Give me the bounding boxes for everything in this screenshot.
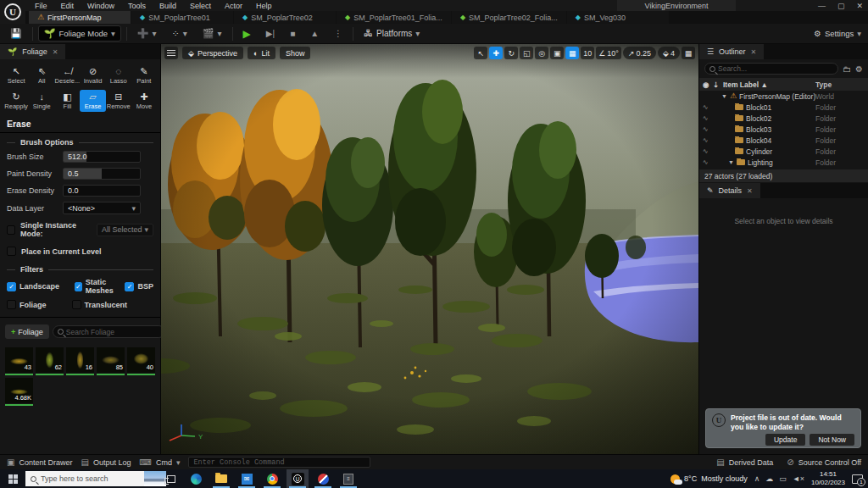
skip-button[interactable]: ▶| bbox=[261, 26, 280, 42]
details-tab[interactable]: ✎ Details ✕ bbox=[699, 183, 760, 198]
foliage-search-input[interactable] bbox=[66, 328, 160, 336]
filter-landscape[interactable]: ✓Landscape bbox=[7, 278, 59, 295]
content-drawer-button[interactable]: ▣Content Drawer bbox=[7, 458, 72, 467]
grid-snap-toggle[interactable]: ▦ bbox=[565, 47, 579, 59]
not-now-button[interactable]: Not Now bbox=[810, 434, 854, 446]
checkbox-unchecked[interactable] bbox=[7, 300, 16, 309]
close-icon[interactable]: ✕ bbox=[751, 48, 757, 56]
outliner-row-folder[interactable]: ∿ ▼Lighting Folder bbox=[699, 157, 868, 168]
add-actor-button[interactable]: ➕▾ bbox=[132, 26, 162, 42]
close-icon[interactable]: ✕ bbox=[53, 48, 58, 56]
tool-move[interactable]: ✚Move bbox=[131, 90, 157, 112]
update-button[interactable]: Update bbox=[765, 434, 805, 446]
tool-select-all[interactable]: ⇖All bbox=[29, 64, 54, 86]
outliner-row-world[interactable]: ▼⚠FirstPersonMap (Editor) World bbox=[699, 91, 868, 102]
brush-options-heading[interactable]: Brush Options bbox=[0, 133, 160, 148]
source-control-button[interactable]: ⊘Source Control Off bbox=[787, 458, 861, 467]
close-icon[interactable]: ✕ bbox=[747, 187, 753, 195]
scale-snap-button[interactable]: ↗0.25 bbox=[623, 47, 656, 59]
outliner-search[interactable] bbox=[704, 63, 838, 75]
volume-icon[interactable]: ◄× bbox=[793, 474, 804, 483]
foliage-palette-item[interactable]: 62 bbox=[36, 347, 64, 375]
visibility-toggle[interactable]: ∿ bbox=[699, 147, 711, 155]
single-instance-checkbox[interactable] bbox=[7, 225, 15, 235]
editor-mode-dropdown[interactable]: 🌱 Foliage Mode▾ bbox=[38, 25, 121, 42]
camera-speed-button[interactable]: ⬙4 bbox=[658, 47, 680, 59]
taskbar-app-mail[interactable]: ✉ bbox=[236, 469, 258, 488]
viewport[interactable]: ⬙Perspective ◐Lit Show ↖ ✚ ↻ ◱ ◎ ▣ ▦ 10 … bbox=[161, 44, 698, 454]
visibility-toggle[interactable]: ∿ bbox=[699, 136, 711, 144]
checkbox-checked[interactable]: ✓ bbox=[75, 282, 82, 291]
foliage-panel-tab[interactable]: 🌱 Foliage ✕ bbox=[0, 44, 65, 59]
cmd-dropdown[interactable]: ⌨Cmd▾ bbox=[139, 458, 180, 467]
filter-bsp[interactable]: ✓BSP bbox=[125, 278, 153, 295]
brush-size-input[interactable]: 512.0 bbox=[63, 151, 141, 163]
viewport-menu-button[interactable] bbox=[164, 47, 178, 59]
outliner-row-folder[interactable]: ∿ Block01 Folder bbox=[699, 102, 868, 113]
tool-paint[interactable]: ✎Paint bbox=[131, 64, 157, 86]
cinematics-button[interactable]: 🎬▾ bbox=[198, 26, 227, 42]
tool-remove[interactable]: ⊟Remove bbox=[106, 90, 131, 112]
tool-reapply[interactable]: ↻Reapply bbox=[3, 90, 29, 112]
blueprints-button[interactable]: ⁘▾ bbox=[167, 26, 192, 42]
select-tool-button[interactable]: ↖ bbox=[474, 47, 487, 59]
start-button[interactable] bbox=[0, 469, 25, 488]
taskbar-app-doc[interactable]: ≡ bbox=[337, 469, 359, 488]
tool-select[interactable]: ↖Select bbox=[3, 64, 29, 86]
settings-dropdown[interactable]: ⚙Settings▾ bbox=[814, 29, 861, 38]
display-tray-icon[interactable]: ▭ bbox=[779, 474, 787, 483]
taskbar-search-input[interactable] bbox=[41, 474, 140, 483]
visibility-toggle[interactable]: ∿ bbox=[699, 125, 711, 133]
menu-actor[interactable]: Actor bbox=[219, 2, 248, 10]
expand-caret-icon[interactable]: ▼ bbox=[728, 159, 734, 165]
play-button[interactable]: ▶ bbox=[238, 26, 256, 42]
tab-sm-poplartree01-foliage[interactable]: ◆SM_PoplarTree01_Folia... bbox=[337, 11, 451, 24]
grid-snap-value[interactable]: 10 bbox=[581, 47, 594, 59]
weather-widget[interactable]: 8°CMostly cloudy bbox=[670, 474, 748, 484]
maximize-viewport-button[interactable]: ▦ bbox=[682, 47, 695, 59]
eject-button[interactable]: ▲ bbox=[305, 26, 324, 42]
filter-foliage[interactable]: Foliage bbox=[7, 300, 47, 309]
tab-sm-veg030[interactable]: ◆SM_Veg030 bbox=[567, 11, 669, 24]
view-mode-dropdown[interactable]: ◐Lit bbox=[248, 47, 275, 59]
paint-density-input[interactable]: 0.5 bbox=[63, 168, 141, 180]
tool-single[interactable]: ↓Single bbox=[29, 90, 54, 112]
tab-firstpersonmap[interactable]: ⚠FirstPersonMap bbox=[29, 11, 131, 24]
create-folder-icon[interactable]: 🗀 bbox=[843, 64, 851, 74]
outliner-row-folder[interactable]: ∿ Cylinder Folder bbox=[699, 146, 868, 157]
filter-static-meshes[interactable]: ✓Static Meshes bbox=[75, 278, 121, 295]
tool-lasso[interactable]: ◌Lasso bbox=[106, 64, 131, 86]
show-dropdown[interactable]: Show bbox=[280, 47, 311, 59]
translate-tool-button[interactable]: ✚ bbox=[489, 47, 503, 59]
taskbar-app-epic[interactable] bbox=[312, 469, 334, 488]
menu-help[interactable]: Help bbox=[250, 2, 278, 10]
checkbox-checked[interactable]: ✓ bbox=[7, 282, 16, 291]
surface-snap-button[interactable]: ▣ bbox=[550, 47, 564, 59]
data-layer-dropdown[interactable]: <None>▾ bbox=[63, 202, 141, 214]
visibility-toggle[interactable]: ∿ bbox=[699, 158, 711, 166]
place-in-current-level-checkbox[interactable] bbox=[7, 247, 16, 256]
tool-deselect[interactable]: ↚Desele... bbox=[54, 64, 80, 86]
gear-icon[interactable]: ⚙ bbox=[855, 64, 863, 74]
single-instance-mode-dropdown[interactable]: All Selected▾ bbox=[97, 224, 153, 236]
foliage-palette-item[interactable]: 4.68K bbox=[5, 378, 33, 406]
taskbar-search[interactable] bbox=[25, 471, 161, 486]
menu-select[interactable]: Select bbox=[184, 2, 217, 10]
menu-window[interactable]: Window bbox=[81, 2, 120, 10]
save-button[interactable]: 💾 bbox=[5, 26, 27, 42]
foliage-search[interactable] bbox=[53, 325, 165, 338]
filters-heading[interactable]: Filters bbox=[0, 260, 160, 275]
taskbar-app-unreal[interactable]: U bbox=[287, 469, 309, 488]
taskbar-app-chrome[interactable] bbox=[261, 469, 283, 488]
outliner-tab[interactable]: ☰ Outliner ✕ bbox=[699, 44, 764, 59]
rotation-snap-button[interactable]: ∠10° bbox=[596, 47, 621, 59]
menu-build[interactable]: Build bbox=[153, 2, 182, 10]
outliner-row-folder[interactable]: ∿ Block02 Folder bbox=[699, 113, 868, 124]
expand-caret-icon[interactable]: ▼ bbox=[721, 93, 727, 99]
maximize-button[interactable]: ▢ bbox=[837, 2, 845, 10]
play-options-button[interactable]: ⋮ bbox=[329, 26, 348, 42]
onedrive-icon[interactable]: ☁ bbox=[765, 474, 773, 483]
stop-button[interactable]: ■ bbox=[285, 26, 300, 42]
perspective-dropdown[interactable]: ⬙Perspective bbox=[182, 47, 243, 59]
notification-center-button[interactable] bbox=[852, 474, 863, 484]
